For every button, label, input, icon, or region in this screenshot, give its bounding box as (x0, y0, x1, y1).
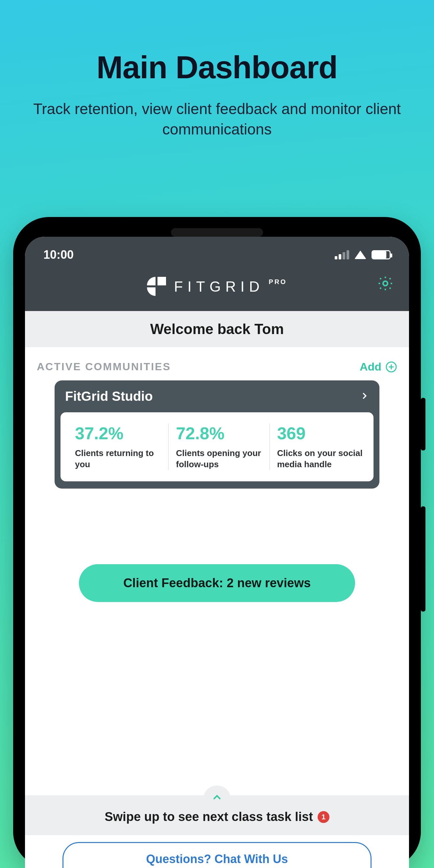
stat-label: Clients opening your follow-ups (176, 448, 262, 470)
brand-suffix: PRO (269, 278, 287, 286)
promo-subtitle: Track retention, view client feedback an… (0, 99, 434, 140)
brand-logo-icon (147, 277, 167, 297)
chevron-up-icon (211, 792, 223, 803)
community-card[interactable]: FitGrid Studio 37.2% Clients returning t… (55, 380, 379, 489)
swipe-up-bar[interactable]: Swipe up to see next class task list 1 (25, 795, 409, 835)
app-top-bar: 10:00 FITGRID PRO (25, 237, 409, 311)
section-title-active-communities: ACTIVE COMMUNITIES (37, 361, 171, 373)
phone-frame: 10:00 FITGRID PRO (13, 217, 421, 868)
chevron-right-icon (360, 391, 369, 402)
cell-signal-icon (335, 250, 349, 259)
client-feedback-button[interactable]: Client Feedback: 2 new reviews (79, 564, 355, 602)
stat-open-rate: 72.8% Clients opening your follow-ups (169, 424, 270, 470)
settings-button[interactable] (377, 275, 394, 293)
stat-value: 369 (277, 424, 363, 443)
stat-retention: 37.2% Clients returning to you (68, 424, 169, 470)
stat-clicks: 369 Clicks on your social media handle (270, 424, 370, 470)
chat-with-us-button[interactable]: Questions? Chat With Us (62, 842, 372, 868)
svg-point-0 (383, 281, 388, 286)
status-bar: 10:00 (25, 237, 409, 268)
swipe-text: Swipe up to see next class task list (104, 810, 313, 824)
stat-value: 37.2% (75, 424, 161, 443)
community-name: FitGrid Studio (65, 389, 153, 404)
plus-circle-icon (385, 361, 397, 373)
wifi-icon (354, 251, 366, 259)
status-time: 10:00 (43, 248, 74, 262)
phone-screen: 10:00 FITGRID PRO (25, 237, 409, 868)
stat-value: 72.8% (176, 424, 262, 443)
app-bar: FITGRID PRO (25, 268, 409, 311)
promo-title: Main Dashboard (0, 49, 434, 86)
stat-label: Clients returning to you (75, 448, 161, 470)
brand-name: FITGRID (174, 278, 264, 295)
task-count-badge: 1 (318, 811, 330, 823)
swipe-handle[interactable] (203, 785, 231, 805)
brand: FITGRID PRO (147, 277, 287, 297)
stat-label: Clicks on your social media handle (277, 448, 363, 470)
welcome-banner: Welcome back Tom (25, 311, 409, 347)
gear-icon (377, 275, 394, 292)
battery-icon (372, 250, 391, 259)
community-stats: 37.2% Clients returning to you 72.8% Cli… (61, 412, 373, 482)
add-label: Add (360, 360, 381, 373)
add-community-button[interactable]: Add (360, 360, 397, 373)
phone-speaker (171, 228, 263, 237)
